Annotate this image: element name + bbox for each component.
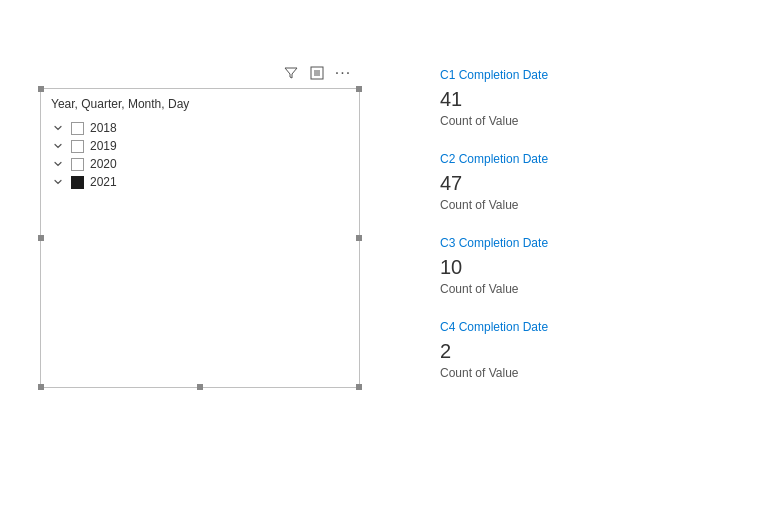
slicer-header: Year, Quarter, Month, Day	[51, 97, 349, 111]
kpi-value: 41	[440, 86, 620, 112]
kpi-cards-container: C1 Completion Date41Count of ValueC2 Com…	[440, 60, 620, 396]
kpi-title: C3 Completion Date	[440, 236, 620, 250]
kpi-title: C1 Completion Date	[440, 68, 620, 82]
chevron-down-icon[interactable]	[51, 139, 65, 153]
kpi-title: C2 Completion Date	[440, 152, 620, 166]
checkbox[interactable]	[71, 176, 84, 189]
slicer-toolbar: ···	[40, 60, 360, 86]
kpi-subtitle: Count of Value	[440, 366, 620, 380]
kpi-subtitle: Count of Value	[440, 282, 620, 296]
slicer-item[interactable]: 2019	[51, 137, 349, 155]
chevron-down-icon[interactable]	[51, 157, 65, 171]
slicer-item[interactable]: 2018	[51, 119, 349, 137]
checkbox[interactable]	[71, 122, 84, 135]
main-container: ··· Year, Quarter, Month, Day 2018201920…	[0, 0, 766, 527]
slicer-panel: ··· Year, Quarter, Month, Day 2018201920…	[40, 60, 360, 400]
expand-icon[interactable]	[308, 64, 326, 82]
slicer-item-label: 2021	[90, 175, 117, 189]
slicer-item-label: 2018	[90, 121, 117, 135]
handle-mid-left[interactable]	[38, 235, 44, 241]
kpi-panel: C1 Completion Date41Count of ValueC2 Com…	[440, 60, 620, 396]
handle-top-right[interactable]	[356, 86, 362, 92]
kpi-card-c1: C1 Completion Date41Count of Value	[440, 60, 620, 144]
kpi-subtitle: Count of Value	[440, 198, 620, 212]
slicer-box: Year, Quarter, Month, Day 20182019202020…	[40, 88, 360, 388]
handle-bottom-mid[interactable]	[197, 384, 203, 390]
checkbox[interactable]	[71, 140, 84, 153]
kpi-value: 2	[440, 338, 620, 364]
checkbox[interactable]	[71, 158, 84, 171]
more-options-icon[interactable]: ···	[334, 64, 352, 82]
kpi-subtitle: Count of Value	[440, 114, 620, 128]
kpi-title: C4 Completion Date	[440, 320, 620, 334]
slicer-item[interactable]: 2021	[51, 173, 349, 191]
chevron-down-icon[interactable]	[51, 175, 65, 189]
chevron-down-icon[interactable]	[51, 121, 65, 135]
filter-icon[interactable]	[282, 64, 300, 82]
kpi-value: 47	[440, 170, 620, 196]
slicer-item-label: 2020	[90, 157, 117, 171]
kpi-card-c3: C3 Completion Date10Count of Value	[440, 228, 620, 312]
slicer-item-label: 2019	[90, 139, 117, 153]
kpi-card-c2: C2 Completion Date47Count of Value	[440, 144, 620, 228]
kpi-card-c4: C4 Completion Date2Count of Value	[440, 312, 620, 396]
kpi-value: 10	[440, 254, 620, 280]
handle-top-left[interactable]	[38, 86, 44, 92]
handle-mid-right[interactable]	[356, 235, 362, 241]
slicer-items-container: 2018201920202021	[51, 119, 349, 191]
slicer-item[interactable]: 2020	[51, 155, 349, 173]
